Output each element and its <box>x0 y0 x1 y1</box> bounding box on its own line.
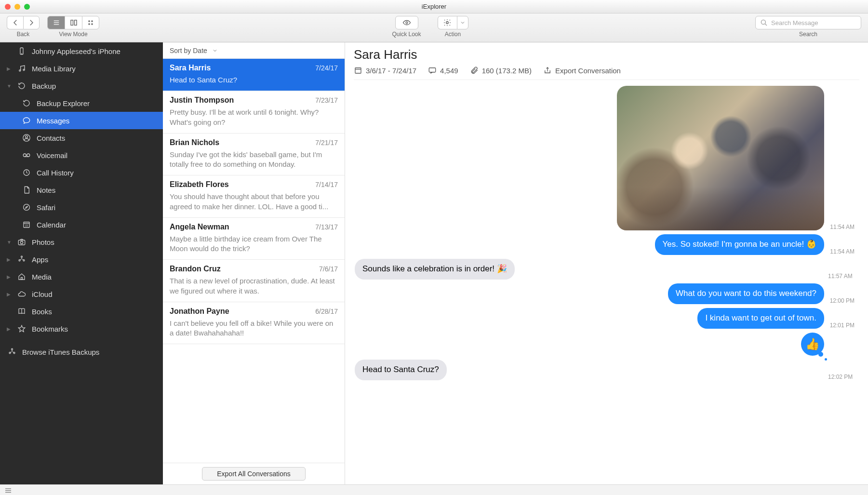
date-range-text: 3/6/17 - 7/24/17 <box>366 67 416 75</box>
sidebar-item-bookmarks[interactable]: ▶ Bookmarks <box>0 320 163 337</box>
sidebar-item-apps[interactable]: ▶ Apps <box>0 251 163 268</box>
sidebar-item-label: Johnny Appleseed's iPhone <box>32 47 120 55</box>
sort-label: Sort by Date <box>170 47 207 54</box>
svg-rect-4 <box>74 20 77 26</box>
sidebar-item-label: iCloud <box>32 290 53 298</box>
svg-point-20 <box>27 154 30 157</box>
sidebar-item-backup[interactable]: ▼ Backup <box>0 77 163 94</box>
back-button[interactable] <box>7 16 23 29</box>
viewmode-list-button[interactable] <box>47 16 65 29</box>
disclosure-icon: ▶ <box>7 274 12 280</box>
conversation-title: Sara Harris <box>354 47 859 62</box>
sidebar-item-notes[interactable]: Notes <box>0 181 163 199</box>
menu-icon[interactable] <box>4 486 13 495</box>
message-bubble: What do you want to do this weekend? <box>668 283 824 304</box>
sidebar-item-media-library[interactable]: ▶ Media Library <box>0 60 163 77</box>
sort-dropdown[interactable]: Sort by Date <box>163 42 345 59</box>
toolbar: Back View Mode Quick Look Action Search <box>0 13 868 42</box>
conversation-preview: Sunday I've got the kids' baseball game,… <box>170 150 338 170</box>
sidebar-item-device[interactable]: Johnny Appleseed's iPhone <box>0 42 163 60</box>
conversation-date: 7/14/17 <box>315 181 338 188</box>
sidebar-item-calendar[interactable]: 15 Calendar <box>0 216 163 233</box>
sidebar-item-label: Books <box>32 308 52 316</box>
conversation-item[interactable]: Justin Thompson7/23/17Pretty busy. I'll … <box>163 91 345 134</box>
conversation-list: Sort by Date Sara Harris7/24/17Head to S… <box>163 42 345 484</box>
conversation-item[interactable]: Angela Newman7/13/17Maybe a little birth… <box>163 218 345 260</box>
message-timestamp: 12:02 PM <box>828 374 855 380</box>
attachments-text: 160 (173.2 MB) <box>482 67 532 75</box>
conversation-item[interactable]: Elizabeth Flores7/14/17You should have t… <box>163 175 345 218</box>
sidebar-item-books[interactable]: Books <box>0 303 163 320</box>
message-timestamp: 11:54 AM <box>828 224 855 230</box>
svg-point-5 <box>89 21 90 22</box>
search-label: Search <box>799 31 817 38</box>
sidebar-item-label: Media Library <box>32 65 76 73</box>
conversation-date: 7/6/17 <box>319 265 338 273</box>
export-conversation-button[interactable]: Export Conversation <box>543 66 621 75</box>
quicklook-label: Quick Look <box>392 31 421 38</box>
sidebar-item-label: Backup <box>32 82 56 90</box>
action-dropdown[interactable] <box>457 16 468 29</box>
sidebar-item-voicemail[interactable]: Voicemail <box>0 147 163 164</box>
svg-point-8 <box>92 24 93 25</box>
message-bubble: I kinda want to get out of town. <box>697 308 824 329</box>
sidebar-item-photos[interactable]: ▼ Photos <box>0 233 163 251</box>
search-input-wrapper[interactable] <box>755 16 861 29</box>
sidebar-item-contacts[interactable]: Contacts <box>0 129 163 147</box>
calendar-icon: 15 <box>21 220 32 229</box>
forward-button[interactable] <box>23 16 40 29</box>
sidebar-item-safari[interactable]: Safari <box>0 199 163 216</box>
export-all-button[interactable]: Export All Conversations <box>202 467 306 481</box>
apps-icon <box>7 348 17 356</box>
chevron-down-icon <box>212 48 218 54</box>
conversation-name: Angela Newman <box>170 223 229 231</box>
svg-point-16 <box>23 69 25 71</box>
svg-point-31 <box>21 256 23 257</box>
zoom-window-button[interactable] <box>24 4 30 10</box>
sidebar-item-media[interactable]: ▶ Media <box>0 268 163 285</box>
sidebar-item-call-history[interactable]: Call History <box>0 164 163 181</box>
sidebar-item-label: Safari <box>37 203 55 212</box>
viewmode-column-button[interactable] <box>65 16 82 29</box>
close-window-button[interactable] <box>5 4 11 10</box>
disclosure-icon: ▼ <box>7 240 12 245</box>
cloud-icon <box>16 290 27 298</box>
sidebar-item-label: Apps <box>32 255 48 264</box>
message-icon <box>428 66 437 75</box>
message-row: Yes. So stoked! I'm gonna be an uncle! 👶… <box>355 234 858 255</box>
message-row: What do you want to do this weekend?12:0… <box>355 283 858 304</box>
message-image[interactable] <box>617 86 824 230</box>
message-pane: Sara Harris 3/6/17 - 7/24/17 4,549 160 (… <box>345 42 868 484</box>
message-timestamp: 12:01 PM <box>828 322 855 329</box>
viewmode-grid-button[interactable] <box>82 16 99 29</box>
search-input[interactable] <box>771 19 857 27</box>
svg-rect-34 <box>21 278 23 280</box>
sidebar-item-label: Calendar <box>37 221 66 229</box>
conversation-item[interactable]: Sara Harris7/24/17Head to Santa Cruz? <box>163 59 345 91</box>
conversation-preview: Pretty busy. I'll be at work until 6 ton… <box>170 107 338 127</box>
conversation-preview: Head to Santa Cruz? <box>170 75 338 85</box>
home-icon <box>16 272 27 281</box>
conversation-preview: You should have thought about that befor… <box>170 192 338 212</box>
sidebar-item-icloud[interactable]: ▶ iCloud <box>0 285 163 303</box>
paperclip-icon <box>470 66 479 75</box>
meta-message-count: 4,549 <box>428 66 458 75</box>
disclosure-icon: ▶ <box>7 326 12 332</box>
apps-icon <box>16 255 27 264</box>
export-label: Export Conversation <box>555 67 621 75</box>
action-button[interactable] <box>438 16 457 29</box>
conversation-preview: Maybe a little birthday ice cream from O… <box>170 234 338 254</box>
sidebar-item-messages[interactable]: Messages <box>0 112 163 129</box>
conversation-date: 7/23/17 <box>315 96 338 104</box>
minimize-window-button[interactable] <box>14 4 20 10</box>
conversation-item[interactable]: Jonathon Payne6/28/17I can't believe you… <box>163 302 345 345</box>
svg-point-17 <box>26 135 28 138</box>
status-bar <box>0 484 868 495</box>
svg-point-37 <box>12 348 13 350</box>
sidebar-item-backup-explorer[interactable]: Backup Explorer <box>0 94 163 112</box>
sidebar-item-browse-backups[interactable]: Browse iTunes Backups <box>0 343 163 361</box>
quicklook-button[interactable] <box>395 16 418 29</box>
conversation-item[interactable]: Brandon Cruz7/6/17That is a new level of… <box>163 260 345 302</box>
conversation-item[interactable]: Brian Nichols7/21/17Sunday I've got the … <box>163 134 345 176</box>
back-label: Back <box>17 31 30 38</box>
